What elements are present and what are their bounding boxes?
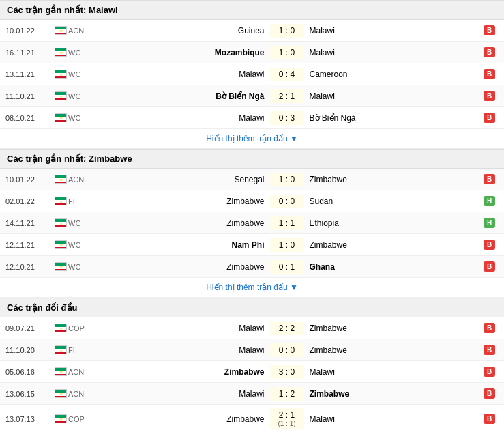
- home-team: Bờ Biển Ngà: [94, 91, 270, 101]
- home-team: Guinea: [94, 26, 270, 35]
- match-date: 08.10.21: [5, 114, 53, 122]
- home-team: Zimbabwe: [94, 367, 270, 377]
- away-team: Zimbabwe: [304, 389, 480, 399]
- home-team: Mozambique: [94, 48, 270, 57]
- show-more-button[interactable]: Hiển thị thêm trận đấu ▼: [0, 278, 504, 298]
- match-flag-icon: ★: [53, 48, 68, 57]
- match-competition: WC: [68, 48, 94, 57]
- match-flag-icon: ★: [53, 113, 68, 122]
- away-team: Sudan: [304, 197, 480, 206]
- match-competition: WC: [68, 114, 94, 122]
- match-score: 1 : 0: [270, 238, 304, 252]
- match-competition: ACN: [68, 175, 94, 184]
- home-team: Malawi: [94, 389, 270, 399]
- match-score: 1 : 1: [270, 216, 304, 230]
- match-detail-button[interactable]: B: [484, 367, 499, 377]
- match-date: 09.07.21: [5, 324, 53, 332]
- away-team: Ethiopia: [304, 218, 480, 228]
- table-row: 13.07.13 ★ COPZimbabwe2 : 1(1 : 1)Malawi…: [0, 405, 504, 433]
- home-team: Malawi: [94, 70, 270, 79]
- match-detail-button[interactable]: B: [484, 25, 499, 35]
- match-detail-button[interactable]: B: [484, 69, 499, 79]
- match-score: 1 : 0: [270, 24, 304, 38]
- show-more-link[interactable]: Hiển thị thêm trận đấu ▼: [206, 134, 298, 143]
- match-competition: FI: [68, 197, 94, 205]
- away-team: Ghana: [304, 262, 480, 272]
- table-row: 11.10.21 ★ WCBờ Biển Ngà2 : 1MalawiB: [0, 85, 504, 107]
- home-team: Zimbabwe: [94, 262, 270, 272]
- away-team: Malawi: [304, 367, 480, 377]
- match-detail-button[interactable]: B: [484, 113, 499, 123]
- match-detail-button[interactable]: B: [484, 345, 499, 355]
- match-detail-button[interactable]: B: [484, 91, 499, 101]
- match-score: 1 : 2: [270, 387, 304, 401]
- match-flag-icon: ★: [53, 367, 68, 376]
- match-detail-button[interactable]: B: [484, 47, 499, 57]
- home-team: Malawi: [94, 345, 270, 355]
- match-date: 11.10.20: [5, 346, 53, 354]
- match-competition: WC: [68, 70, 94, 79]
- match-score: 1 : 0: [270, 46, 304, 59]
- match-flag-icon: ★: [53, 262, 68, 271]
- home-team: Malawi: [94, 324, 270, 333]
- match-competition: ACN: [68, 368, 94, 376]
- match-date: 13.07.13: [5, 415, 53, 423]
- home-team: Senegal: [94, 175, 270, 184]
- match-flag-icon: ★: [53, 70, 68, 79]
- match-detail-button[interactable]: B: [484, 414, 499, 424]
- match-detail-button[interactable]: B: [484, 261, 499, 272]
- match-competition: ACN: [68, 390, 94, 398]
- table-row: 12.10.21 ★ WCZimbabwe0 : 1GhanaB: [0, 256, 504, 278]
- match-flag-icon: ★: [53, 389, 68, 398]
- table-row: 12.11.21 ★ WCNam Phi1 : 0ZimbabweB: [0, 234, 504, 256]
- table-row: 11.10.20 ★ FIMalawi0 : 0ZimbabweB: [0, 339, 504, 361]
- show-more-link[interactable]: Hiển thị thêm trận đấu ▼: [206, 283, 298, 292]
- away-team: Malawi: [304, 26, 480, 35]
- match-detail-button[interactable]: H: [484, 218, 499, 228]
- table-row: 16.11.21 ★ WCMozambique1 : 0MalawiB: [0, 42, 504, 63]
- table-row: 13.06.15 ★ ACNMalawi1 : 2ZimbabweB: [0, 383, 504, 405]
- away-team: Cameroon: [304, 70, 480, 79]
- match-date: 16.11.21: [5, 48, 53, 57]
- match-competition: WC: [68, 219, 94, 227]
- match-detail-button[interactable]: B: [484, 323, 499, 333]
- match-flag-icon: ★: [53, 324, 68, 332]
- away-team: Bờ Biển Ngà: [304, 113, 480, 123]
- show-more-button[interactable]: Hiển thị thêm trận đấu ▼: [0, 129, 504, 149]
- match-date: 05.06.16: [5, 368, 53, 376]
- match-flag-icon: ★: [53, 175, 68, 184]
- match-score: 2 : 2: [270, 322, 304, 335]
- match-score: 0 : 3: [270, 111, 304, 125]
- home-team: Zimbabwe: [94, 218, 270, 228]
- match-competition: COP: [68, 415, 94, 423]
- match-detail-button[interactable]: B: [484, 388, 499, 399]
- match-score: 3 : 0: [270, 365, 304, 379]
- match-date: 13.11.21: [5, 70, 53, 79]
- table-row: 10.01.22 ★ ACNSenegal1 : 0ZimbabweB: [0, 169, 504, 190]
- match-flag-icon: ★: [53, 26, 68, 35]
- away-team: Zimbabwe: [304, 345, 480, 355]
- away-team: Malawi: [304, 91, 480, 101]
- match-competition: WC: [68, 92, 94, 100]
- match-competition: ACN: [68, 27, 94, 35]
- match-score: 2 : 1: [270, 89, 304, 103]
- section-header-2: Các trận đối đầu: [0, 298, 504, 317]
- match-flag-icon: ★: [53, 218, 68, 227]
- match-score: 0 : 0: [270, 343, 304, 357]
- match-score: 2 : 1(1 : 1): [270, 408, 304, 429]
- match-detail-button[interactable]: H: [484, 196, 499, 206]
- match-competition: COP: [68, 324, 94, 332]
- match-flag-icon: ★: [53, 345, 68, 354]
- home-team: Zimbabwe: [94, 414, 270, 424]
- match-detail-button[interactable]: B: [484, 240, 499, 250]
- match-competition: WC: [68, 263, 94, 271]
- away-team: Zimbabwe: [304, 324, 480, 333]
- home-team: Malawi: [94, 113, 270, 123]
- match-date: 13.06.15: [5, 390, 53, 398]
- table-row: 14.11.21 ★ WCZimbabwe1 : 1EthiopiaH: [0, 212, 504, 234]
- match-detail-button[interactable]: B: [484, 174, 499, 184]
- match-date: 10.01.22: [5, 27, 53, 35]
- home-team: Zimbabwe: [94, 197, 270, 206]
- match-score: 1 : 0: [270, 173, 304, 186]
- away-team: Zimbabwe: [304, 175, 480, 184]
